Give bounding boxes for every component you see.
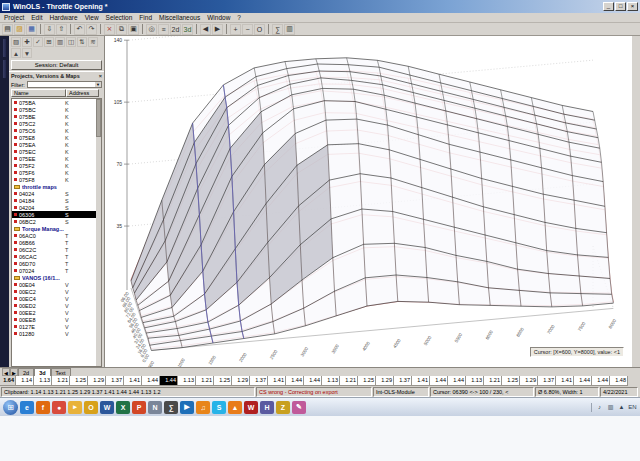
value-cell[interactable]: 1.21 <box>196 376 214 386</box>
toolbar-button-undo[interactable]: ↶ <box>74 24 85 35</box>
toolbar-grip[interactable] <box>3 60 6 78</box>
map-list-item[interactable]: 075EEK <box>12 155 101 162</box>
menu-item-hardware[interactable]: Hardware <box>49 14 77 21</box>
value-cell[interactable]: 1.21 <box>340 376 358 386</box>
value-cell[interactable]: 1.29 <box>520 376 538 386</box>
value-cell[interactable]: 1.13 <box>322 376 340 386</box>
value-cell[interactable]: 1.48 <box>610 376 628 386</box>
toolbar-button-cut[interactable]: ⨯ <box>104 24 115 35</box>
view-tab-text[interactable]: Text <box>51 368 71 376</box>
map-list-item[interactable]: 075C6K <box>12 127 101 134</box>
maximize-button[interactable]: □ <box>615 2 626 11</box>
menu-item-selection[interactable]: Selection <box>106 14 133 21</box>
sidebar-tool-new-map-icon[interactable]: ✚ <box>22 37 32 47</box>
taskbar-icon-hex-editor[interactable]: H <box>260 401 274 414</box>
tray-volume-icon[interactable]: ♪ <box>595 403 604 412</box>
start-button[interactable]: ⊞ <box>3 400 18 415</box>
tab-scroll-right-icon[interactable]: ▶ <box>10 368 18 376</box>
toolbar-button-prev-map[interactable]: ◀ <box>200 24 211 35</box>
taskbar-icon-outlook[interactable]: O <box>84 401 98 414</box>
menu-item-?[interactable]: ? <box>237 14 241 21</box>
map-list-item[interactable]: 075EAK <box>12 141 101 148</box>
map-list-item[interactable]: 075F6K <box>12 169 101 176</box>
menu-item-edit[interactable]: Edit <box>31 14 42 21</box>
tray-network-icon[interactable]: ▥ <box>606 403 615 412</box>
toolbar-button-properties[interactable]: ▥ <box>284 24 295 35</box>
map-list-item[interactable]: 075BAK <box>12 99 101 106</box>
toolbar-button-checksum[interactable]: ∑ <box>272 24 283 35</box>
value-cell[interactable]: 1.13 <box>466 376 484 386</box>
value-cell[interactable]: 1.37 <box>250 376 268 386</box>
toolbar-button-increase-value[interactable]: + <box>230 24 241 35</box>
tray-shield-icon[interactable]: ▲ <box>617 403 626 412</box>
map-list-item[interactable]: 06BC2S <box>12 218 101 225</box>
map-list-item[interactable]: 075F2K <box>12 162 101 169</box>
map-list-item[interactable]: 06CACT <box>12 253 101 260</box>
map-list-item[interactable]: 075C2K <box>12 120 101 127</box>
toolbar-button-open[interactable]: ▨ <box>14 24 25 35</box>
taskbar-icon-vlc[interactable]: ▲ <box>228 401 242 414</box>
sidebar-tool-up-icon[interactable]: ▲ <box>11 48 21 58</box>
value-cell[interactable]: 1.29 <box>88 376 106 386</box>
value-cell[interactable]: 1.44 <box>448 376 466 386</box>
toolbar-button-redo[interactable]: ↷ <box>86 24 97 35</box>
map-list-item[interactable]: 00EE8V <box>12 316 101 323</box>
value-cell[interactable]: 1.44 <box>592 376 610 386</box>
map-list-item[interactable]: 04024S <box>12 190 101 197</box>
menu-item-find[interactable]: Find <box>139 14 152 21</box>
value-cell[interactable]: 1.37 <box>394 376 412 386</box>
taskbar-icon-zip[interactable]: Z <box>276 401 290 414</box>
value-cell[interactable]: 1.21 <box>52 376 70 386</box>
column-header-name[interactable]: Name <box>11 89 66 97</box>
value-cell[interactable]: 1.29 <box>232 376 250 386</box>
map-list-item[interactable]: 0127EV <box>12 323 101 330</box>
map-list-item[interactable]: 075BCK <box>12 106 101 113</box>
taskbar-icon-winamp[interactable]: ♫ <box>196 401 210 414</box>
map-list-item[interactable]: 01280V <box>12 330 101 337</box>
value-cell[interactable]: 1.13 <box>178 376 196 386</box>
tray-language-icon[interactable]: EN <box>628 403 637 412</box>
toolbar-grip[interactable] <box>3 39 6 57</box>
value-cell[interactable]: 1.44 <box>574 376 592 386</box>
value-cell[interactable]: 1.44 <box>430 376 448 386</box>
toolbar-button-find[interactable]: ◎ <box>146 24 157 35</box>
list-scrollbar[interactable] <box>96 99 101 366</box>
sidebar-tool-split-view-icon[interactable]: ◫ <box>66 37 76 47</box>
toolbar-button-new[interactable]: ▤ <box>2 24 13 35</box>
value-cell[interactable]: 1.25 <box>502 376 520 386</box>
taskbar-icon-chrome[interactable]: ● <box>52 401 66 414</box>
taskbar-icon-excel[interactable]: X <box>116 401 130 414</box>
taskbar-icon-notepad[interactable]: N <box>148 401 162 414</box>
scrollbar-thumb[interactable] <box>96 99 101 137</box>
view-tab-2d[interactable]: 2d <box>18 368 34 376</box>
map-list-item[interactable]: 04204S <box>12 204 101 211</box>
toolbar-button-decrease-value[interactable]: − <box>242 24 253 35</box>
session-button[interactable]: Session: Default <box>11 60 102 70</box>
minimize-button[interactable]: _ <box>603 2 614 11</box>
value-cell[interactable]: 1.44 <box>142 376 160 386</box>
menu-item-window[interactable]: Window <box>207 14 230 21</box>
sidebar-tool-open-project-icon[interactable]: ▨ <box>11 37 21 47</box>
map-list-item[interactable]: 06306S <box>12 211 101 218</box>
menu-item-project[interactable]: Project <box>4 14 24 21</box>
map-list-item[interactable]: 075ECK <box>12 148 101 155</box>
value-cell[interactable]: 1.44 <box>286 376 304 386</box>
taskbar-icon-calculator[interactable]: ∑ <box>164 401 178 414</box>
taskbar-icon-winols[interactable]: W <box>244 401 258 414</box>
taskbar-icon-internet-explorer[interactable]: e <box>20 401 34 414</box>
taskbar-icon-firefox[interactable]: f <box>36 401 50 414</box>
sidebar-tool-sort-icon[interactable]: ⇅ <box>77 37 87 47</box>
map-list-item[interactable]: 06AC0T <box>12 232 101 239</box>
close-button[interactable]: × <box>627 2 638 11</box>
value-cell[interactable]: 1.37 <box>106 376 124 386</box>
tab-scroll-left-icon[interactable]: ◀ <box>2 368 10 376</box>
value-cell[interactable]: 1.41 <box>124 376 142 386</box>
value-cell[interactable]: 1.41 <box>556 376 574 386</box>
value-cell[interactable]: 1.13 <box>34 376 52 386</box>
filter-dropdown[interactable]: ▼ <box>27 81 102 88</box>
view-tab-3d[interactable]: 3d <box>34 368 50 376</box>
value-cell[interactable]: 1.25 <box>214 376 232 386</box>
value-cell[interactable]: 1.29 <box>376 376 394 386</box>
toolbar-button-3d-view[interactable]: 3d <box>182 24 193 35</box>
map-list-item[interactable]: 075E8K <box>12 134 101 141</box>
